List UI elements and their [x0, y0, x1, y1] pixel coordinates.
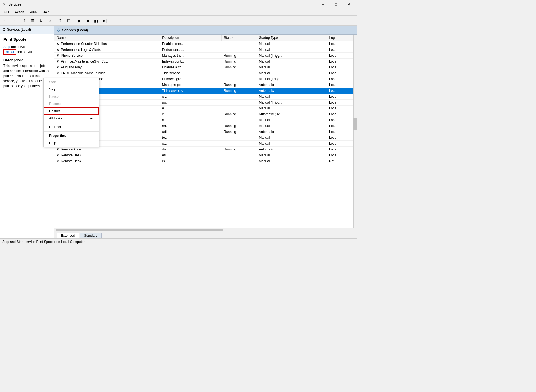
toolbar-properties[interactable]: ☐ — [65, 17, 73, 25]
submenu-arrow-icon: ► — [90, 116, 93, 120]
toolbar-sep-1 — [19, 18, 19, 23]
service-desc: na... — [160, 123, 221, 129]
service-startup: Manual — [257, 152, 327, 158]
close-button[interactable]: ✕ — [342, 0, 355, 9]
service-status — [221, 158, 257, 164]
ctx-item-help[interactable]: Help — [54, 139, 99, 147]
table-row[interactable]: ⚙Recommende...to...ManualLoca — [54, 135, 353, 141]
service-status — [221, 47, 257, 53]
service-name: ⚙Performance Counter DLL Host — [54, 41, 160, 47]
col-desc[interactable]: Description — [160, 35, 221, 41]
service-log: Net — [327, 158, 353, 164]
service-status: Running — [221, 123, 257, 129]
service-startup: Manual — [257, 70, 327, 76]
table-row[interactable]: ⚙PowerManages po...RunningAutomaticLoca — [54, 82, 353, 88]
service-name: ⚙PNRP Machine Name Publica... — [54, 70, 160, 76]
table-row[interactable]: ⚙Remote Desk...rs ...ManualNet — [54, 158, 353, 164]
table-row[interactable]: ⚙Printer Extens...e ...ManualLoca — [54, 94, 353, 100]
ctx-item-restart[interactable]: Restart — [54, 107, 99, 115]
service-status: Running — [221, 111, 257, 117]
toolbar-help[interactable]: ? — [56, 17, 64, 25]
gear-icon: ⚙ — [57, 54, 60, 58]
table-row[interactable]: ⚙Problem Rep...e ...ManualLoca — [54, 106, 353, 111]
service-desc: This service ... — [160, 70, 221, 76]
service-startup: Manual — [257, 106, 327, 111]
table-container: Name Description Status Startup Type Log… — [54, 35, 357, 228]
service-desc: Enables a co... — [160, 64, 221, 70]
toolbar-refresh[interactable]: ↻ — [37, 17, 45, 25]
menu-action[interactable]: Action — [12, 10, 27, 15]
toolbar-step[interactable]: ▶| — [101, 17, 109, 25]
stop-action: Stop the service — [3, 45, 51, 49]
ctx-separator — [54, 131, 99, 132]
service-startup: Manual — [257, 158, 327, 164]
table-row[interactable]: ⚙PimIndexMaintenanceSvc_65...Indexes con… — [54, 59, 353, 64]
tab-extended[interactable]: Extended — [57, 233, 79, 238]
col-status[interactable]: Status — [221, 35, 257, 41]
menu-file[interactable]: File — [1, 10, 12, 15]
service-status — [221, 70, 257, 76]
col-startup[interactable]: Startup Type — [257, 35, 327, 41]
table-row[interactable]: ⚙Realtek Audi...udi...RunningAutomaticLo… — [54, 129, 353, 135]
toolbar-forward[interactable]: → — [9, 17, 17, 25]
ctx-separator — [54, 123, 99, 123]
table-row[interactable]: ⚙PrintWorkflow...up...Manual (Trigg...Lo… — [54, 100, 353, 106]
toolbar-stop[interactable]: ■ — [84, 17, 92, 25]
service-log: Loca — [327, 59, 353, 64]
table-row[interactable]: ⚙Remote Desk...es...ManualLoca — [54, 152, 353, 158]
h-scroll-thumb[interactable] — [56, 229, 223, 231]
table-row[interactable]: ⚙PNRP Machine Name Publica...This servic… — [54, 70, 353, 76]
maximize-button[interactable]: □ — [329, 0, 342, 9]
menu-help[interactable]: Help — [40, 10, 52, 15]
gear-icon: ⚙ — [57, 65, 60, 69]
service-log: Loca — [327, 135, 353, 141]
service-desc: e ... — [160, 111, 221, 117]
service-desc: es... — [160, 152, 221, 158]
minimize-button[interactable]: ─ — [317, 0, 329, 9]
col-name[interactable]: Name — [54, 35, 160, 41]
service-startup: Manual — [257, 117, 327, 123]
horizontal-scrollbar[interactable] — [54, 228, 357, 232]
table-row[interactable]: ⚙Remote Acce...dia...RunningAutomaticLoc… — [54, 147, 353, 152]
ctx-item-refresh[interactable]: Refresh — [54, 123, 99, 131]
toolbar-back[interactable]: ← — [1, 17, 9, 25]
status-bar: Stop and Start service Print Spooler on … — [0, 238, 357, 245]
service-startup: Manual (Trigg... — [257, 100, 327, 106]
stop-link[interactable]: Stop — [3, 45, 10, 49]
service-status — [221, 76, 257, 82]
toolbar-sep-2 — [55, 18, 55, 23]
service-desc: Enforces gro... — [160, 76, 221, 82]
toolbar-list[interactable]: ☰ — [29, 17, 37, 25]
table-row[interactable]: ⚙Plug and PlayEnables a co...RunningManu… — [54, 64, 353, 70]
table-row[interactable]: ⚙Program Con...e ...RunningAutomatic (De… — [54, 111, 353, 117]
service-status: Running — [221, 64, 257, 70]
toolbar-up[interactable]: ⇧ — [20, 17, 28, 25]
toolbar-export[interactable]: ⇥ — [46, 17, 53, 25]
content-area: ⚙ Services (Local) Name Description Stat… — [54, 26, 357, 238]
table-row[interactable]: ⚙Performance Counter DLL HostEnables rem… — [54, 41, 353, 47]
table-row[interactable]: ⚙Radio Manag...na...RunningManualLoca — [54, 123, 353, 129]
col-log[interactable]: Log — [327, 35, 353, 41]
service-desc: Manages the... — [160, 53, 221, 59]
table-row[interactable]: ⚙Remote Acce...o...ManualLoca — [54, 141, 353, 147]
service-desc: Indexes cont... — [160, 59, 221, 64]
ctx-item-properties[interactable]: Properties — [54, 132, 99, 139]
table-row[interactable]: ⚙Quality Wind...n...ManualLoca — [54, 117, 353, 123]
tab-standard[interactable]: Standard — [80, 233, 102, 238]
service-log: Loca — [327, 129, 353, 135]
menu-view[interactable]: View — [27, 10, 40, 15]
toolbar-pause[interactable]: ▮▮ — [92, 17, 100, 25]
ctx-item-all-tasks[interactable]: All Tasks► — [54, 115, 99, 122]
table-row[interactable]: ⚙Print SpoolerThis service s...RunningAu… — [54, 88, 353, 94]
toolbar-play[interactable]: ▶ — [76, 17, 83, 25]
restart-link[interactable]: Restart — [4, 50, 15, 54]
scrollbar-thumb[interactable] — [353, 118, 357, 130]
service-startup: Manual (Trigg... — [257, 53, 327, 59]
table-row[interactable]: ⚙Performance Logs & AlertsPerformance...… — [54, 47, 353, 53]
table-row[interactable]: ⚙Phone ServiceManages the...RunningManua… — [54, 53, 353, 59]
service-log: Loca — [327, 88, 353, 94]
gear-icon: ⚙ — [57, 153, 60, 157]
scrollbar-track[interactable] — [353, 35, 357, 228]
table-row[interactable]: ⚙Portable Device Enumerator ...Enforces … — [54, 76, 353, 82]
ctx-item-stop[interactable]: Stop — [54, 86, 99, 93]
